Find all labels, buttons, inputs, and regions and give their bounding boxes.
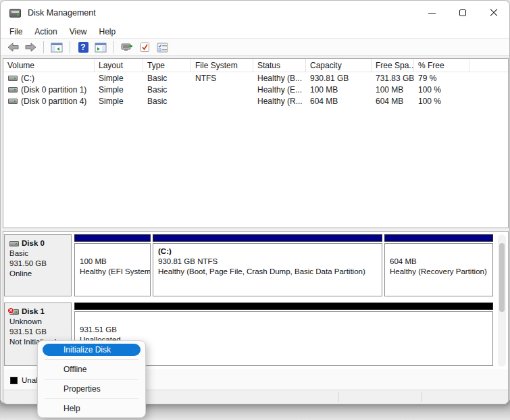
partition-c-drive[interactable]: (C:) 930.81 GB NTFS Healthy (Boot, Page … (153, 234, 382, 296)
window-title: Disk Management (28, 8, 96, 18)
help-glyph: ? (78, 42, 88, 53)
partition-size: 930.81 GB NTFS (158, 257, 377, 267)
maximize-button[interactable] (447, 1, 478, 25)
status-cell: Healthy (E... (253, 85, 306, 95)
table-row[interactable]: (C:) Simple Basic NTFS Healthy (B... 930… (3, 72, 508, 84)
menu-view[interactable]: View (63, 26, 93, 38)
partition-title (80, 246, 145, 257)
popup-console-icon[interactable] (120, 41, 134, 53)
disk1-name: Disk 1 (22, 307, 45, 317)
volume-drive-icon (8, 99, 18, 104)
vertical-scrollbar[interactable] (498, 234, 506, 367)
partition-color-band (384, 234, 493, 242)
toolbar-separator (70, 41, 70, 53)
menu-file[interactable]: File (3, 26, 28, 38)
volume-cell: (Disk 0 partition 1) (3, 85, 95, 95)
context-menu-item-offline[interactable]: Offline (38, 363, 145, 375)
forward-icon[interactable] (24, 41, 37, 53)
status-cell: Healthy (R... (253, 97, 306, 106)
partition-color-band (153, 234, 382, 242)
column-header-pct-free[interactable]: % Free (414, 59, 469, 72)
volume-cell: (Disk 0 partition 4) (3, 97, 95, 106)
pct-free-cell: 79 % (414, 74, 469, 83)
commit-check-icon[interactable] (138, 41, 151, 53)
disk0-drive-icon (9, 241, 19, 246)
volume-list-pane: Volume Layout Type File System Status Ca… (3, 58, 509, 228)
menu-bar: File Action View Help (1, 25, 509, 38)
volume-name: (Disk 0 partition 4) (21, 97, 86, 106)
app-disk-icon (9, 9, 21, 18)
column-header-type[interactable]: Type (143, 59, 191, 72)
context-menu-item-initialize-disk[interactable]: Initialize Disk (43, 344, 141, 356)
partition-efi[interactable]: 100 MB Healthy (EFI System (74, 234, 151, 296)
column-header-layout[interactable]: Layout (95, 59, 143, 72)
disk0-row: Disk 0 Basic 931.50 GB Online 100 MB Hea… (4, 234, 493, 296)
column-header-free-space[interactable]: Free Spa... (372, 59, 414, 72)
back-icon[interactable] (6, 41, 20, 53)
close-button[interactable] (478, 1, 509, 25)
partition-status: Healthy (Recovery Partition) (390, 267, 488, 277)
capacity-cell: 604 MB (306, 97, 372, 106)
partition-body: 604 MB Healthy (Recovery Partition) (384, 243, 493, 296)
column-header-status[interactable]: Status (253, 59, 306, 72)
table-row[interactable]: (Disk 0 partition 4) Simple Basic Health… (3, 95, 508, 107)
status-bar-divider (422, 392, 422, 402)
unallocated-swatch (10, 377, 18, 384)
menu-help[interactable]: Help (93, 26, 122, 38)
console-tree-icon[interactable] (50, 41, 63, 53)
type-cell: Basic (143, 85, 191, 95)
volume-name: (Disk 0 partition 1) (21, 85, 86, 95)
table-row[interactable]: (Disk 0 partition 1) Simple Basic Health… (3, 84, 508, 95)
disk1-type: Unknown (9, 317, 66, 327)
action-pane-icon[interactable] (94, 41, 107, 53)
context-menu-item-help[interactable]: Help (38, 402, 145, 415)
toolbar-separator (113, 41, 114, 53)
status-cell: Healthy (B... (253, 74, 306, 83)
partition-title (80, 315, 488, 325)
free-space-cell: 731.83 GB (372, 74, 414, 83)
disk0-name: Disk 0 (22, 238, 45, 248)
help-icon[interactable]: ? (76, 41, 90, 53)
free-space-cell: 604 MB (372, 97, 414, 106)
context-menu-separator (45, 379, 138, 379)
partition-size: 100 MB (80, 257, 145, 267)
pct-free-cell: 100 % (414, 85, 469, 95)
partition-status: Healthy (Boot, Page File, Crash Dump, Ba… (158, 267, 377, 277)
status-bar-divider (338, 392, 339, 402)
disk1-error-badge-icon (7, 307, 14, 314)
menu-action[interactable]: Action (28, 26, 63, 38)
type-cell: Basic (143, 74, 191, 83)
partition-title: (C:) (158, 246, 377, 257)
toolbar: ? (1, 39, 509, 56)
column-header-capacity[interactable]: Capacity (306, 59, 372, 72)
volume-name: (C:) (21, 74, 34, 83)
partition-size: 931.51 GB (80, 325, 488, 335)
column-header-filler (469, 59, 508, 72)
disk0-label-panel[interactable]: Disk 0 Basic 931.50 GB Online (4, 234, 72, 296)
minimize-button[interactable] (416, 1, 447, 25)
type-cell: Basic (143, 97, 191, 106)
partition-color-band (74, 234, 151, 242)
title-bar: Disk Management (1, 1, 509, 25)
context-menu-separator (45, 359, 138, 360)
layout-cell: Simple (95, 97, 143, 106)
volume-cell: (C:) (3, 74, 95, 83)
scrollbar-thumb[interactable] (499, 243, 505, 312)
layout-cell: Simple (95, 74, 143, 83)
window-controls (416, 1, 509, 25)
volume-drive-icon (8, 87, 18, 93)
checklist-icon[interactable] (155, 41, 169, 53)
column-header-file-system[interactable]: File System (191, 59, 253, 72)
context-menu-item-properties[interactable]: Properties (38, 383, 145, 395)
volume-drive-icon (8, 76, 18, 81)
partition-status: Healthy (EFI System (80, 267, 145, 277)
partition-recovery[interactable]: 604 MB Healthy (Recovery Partition) (384, 234, 493, 296)
context-menu-separator (45, 398, 138, 399)
layout-cell: Simple (95, 85, 143, 95)
capacity-cell: 100 MB (306, 85, 372, 95)
partition-title (390, 246, 488, 257)
context-menu: Initialize Disk Offline Properties Help (37, 340, 146, 418)
toolbar-separator (43, 41, 44, 53)
disk0-size: 931.50 GB (9, 259, 66, 269)
column-header-volume[interactable]: Volume (3, 59, 95, 72)
